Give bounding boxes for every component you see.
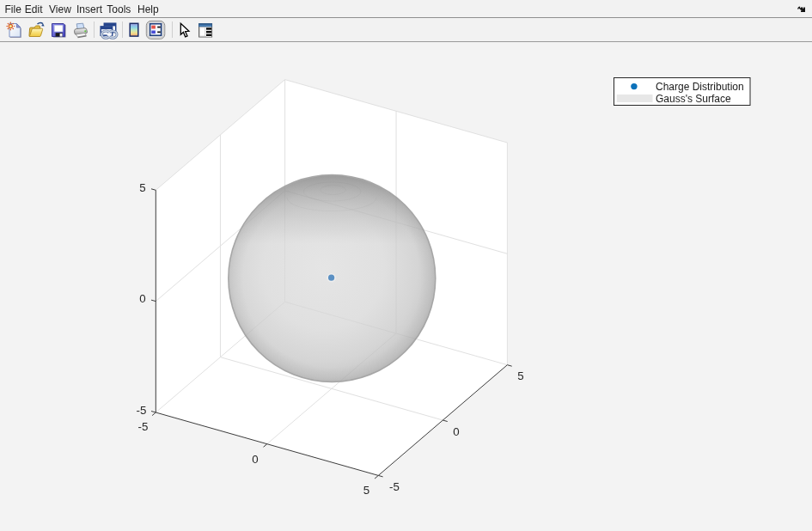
svg-text:-5: -5 — [389, 480, 400, 493]
svg-text:0: 0 — [252, 453, 258, 466]
svg-text:5: 5 — [139, 181, 145, 194]
svg-text:5: 5 — [517, 369, 523, 382]
svg-text:5: 5 — [363, 484, 369, 497]
svg-text:0: 0 — [139, 292, 145, 305]
svg-text:0: 0 — [453, 425, 459, 438]
svg-text:Gauss's Surface: Gauss's Surface — [656, 93, 731, 105]
svg-text:-5: -5 — [137, 404, 147, 417]
svg-text:Charge Distribution: Charge Distribution — [656, 81, 744, 93]
svg-text:-5: -5 — [138, 420, 149, 433]
